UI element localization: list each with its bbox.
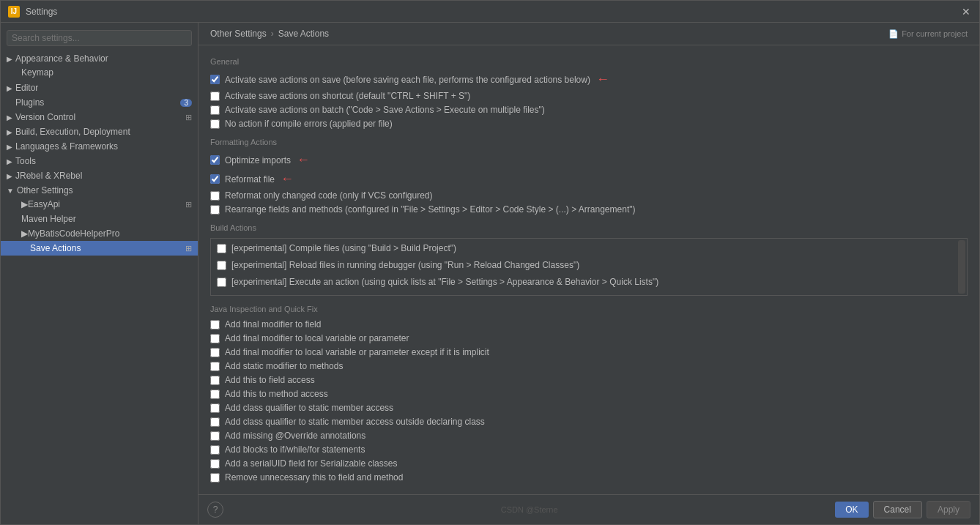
remove-unnecessary-this-checkbox[interactable] <box>210 473 220 483</box>
sidebar-item-label: Version Control <box>15 112 75 122</box>
build-actions-scrollbar[interactable] <box>958 240 965 294</box>
reformat-file-label: Reformat file <box>225 174 275 185</box>
java-option-add-serial-uid: Add a serialUID field for Serializable c… <box>210 458 968 469</box>
rearrange-fields-checkbox[interactable] <box>210 205 220 215</box>
breadcrumb-separator: › <box>271 29 274 39</box>
add-final-field-checkbox[interactable] <box>210 320 220 329</box>
add-class-qualifier-outside-checkbox[interactable] <box>210 417 220 427</box>
reload-files-checkbox[interactable] <box>217 261 226 270</box>
expand-arrow-icon: ▶ <box>7 84 12 92</box>
formatting-option-reformat-file: Reformat file ← <box>210 171 968 187</box>
java-inspection-section-title: Java Inspection and Quick Fix <box>210 305 968 313</box>
java-option-add-class-qualifier-static: Add class qualifier to static member acc… <box>210 403 968 413</box>
red-arrow-annotation: ← <box>596 72 609 87</box>
plugins-badge: 3 <box>180 99 192 107</box>
help-button[interactable]: ? <box>207 502 223 518</box>
build-option-compile-files: [experimental] Compile files (using "Bui… <box>211 242 967 255</box>
add-final-local-except-checkbox[interactable] <box>210 348 220 357</box>
compile-files-checkbox[interactable] <box>217 244 226 253</box>
reformat-file-checkbox[interactable] <box>210 174 220 184</box>
add-missing-override-checkbox[interactable] <box>210 431 220 441</box>
add-final-local-checkbox[interactable] <box>210 334 220 343</box>
main-content: ▶ Appearance & Behavior Keymap ▶ Editor … <box>1 23 979 524</box>
expand-arrow-icon: ▶ <box>7 172 12 180</box>
sidebar-item-label: EasyApi <box>28 199 60 209</box>
add-final-field-label: Add final modifier to field <box>225 319 321 329</box>
build-option-execute-action: [experimental] Execute an action (using … <box>211 275 967 288</box>
java-option-add-missing-override: Add missing @Override annotations <box>210 431 968 441</box>
sidebar-item-label: Editor <box>15 83 38 93</box>
reformat-changed-label: Reformat only changed code (only if VCS … <box>225 190 432 201</box>
sidebar-item-save-actions[interactable]: Save Actions ⊞ <box>1 241 198 256</box>
no-action-compile-errors-label: No action if compile errors (applied per… <box>225 119 393 129</box>
sidebar-item-label: Languages & Frameworks <box>15 141 118 152</box>
right-panel: Other Settings › Save Actions 📄 For curr… <box>198 23 979 524</box>
sidebar-item-keymap[interactable]: Keymap <box>1 65 198 80</box>
expand-arrow-icon: ▶ <box>7 55 12 63</box>
java-option-add-class-qualifier-outside: Add class qualifier to static member acc… <box>210 417 968 427</box>
sidebar-item-maven-helper[interactable]: Maven Helper <box>1 212 198 226</box>
sidebar-item-other-settings[interactable]: ▼ Other Settings <box>1 182 198 197</box>
close-button[interactable]: ✕ <box>960 6 972 18</box>
optimize-imports-label: Optimize imports <box>225 155 291 165</box>
java-option-remove-unnecessary-this: Remove unnecessary this to field and met… <box>210 472 968 483</box>
java-option-add-this-field: Add this to field access <box>210 375 968 385</box>
sidebar-item-label: JRebel & XRebel <box>15 171 82 181</box>
sidebar-item-plugins[interactable]: ▶ Plugins 3 <box>1 94 198 109</box>
sidebar-item-label: Tools <box>15 156 36 166</box>
panel-icon: ⊞ <box>185 113 192 122</box>
search-input[interactable] <box>7 30 192 46</box>
formatting-section-title: Formatting Actions <box>210 138 968 146</box>
java-option-add-final-field: Add final modifier to field <box>210 319 968 329</box>
add-class-qualifier-static-checkbox[interactable] <box>210 403 220 413</box>
java-option-add-final-local-except: Add final modifier to local variable or … <box>210 347 968 357</box>
rearrange-fields-label: Rearrange fields and methods (configured… <box>225 204 635 215</box>
java-option-add-static-methods: Add static modifier to methods <box>210 361 968 371</box>
sidebar-item-build-execution[interactable]: ▶ Build, Execution, Deployment <box>1 124 198 138</box>
app-icon: IJ <box>8 6 20 18</box>
apply-button[interactable]: Apply <box>927 501 970 518</box>
expand-arrow-icon: ▶ <box>7 128 12 136</box>
sidebar-item-label: MyBatisCodeHelperPro <box>28 228 119 239</box>
ok-button[interactable]: OK <box>835 502 868 518</box>
sidebar-item-editor[interactable]: ▶ Editor <box>1 80 198 94</box>
activate-on-shortcut-checkbox[interactable] <box>210 92 220 101</box>
remove-unnecessary-this-label: Remove unnecessary this to field and met… <box>225 472 403 483</box>
red-arrow-annotation-2: ← <box>297 152 310 168</box>
settings-body: General Activate save actions on save (b… <box>198 45 979 494</box>
sidebar-item-appearance-behavior[interactable]: ▶ Appearance & Behavior <box>1 51 198 65</box>
add-static-methods-label: Add static modifier to methods <box>225 361 343 371</box>
add-blocks-checkbox[interactable] <box>210 445 220 455</box>
add-static-methods-checkbox[interactable] <box>210 362 220 371</box>
add-this-method-checkbox[interactable] <box>210 390 220 399</box>
cancel-button[interactable]: Cancel <box>873 501 922 518</box>
title-bar: IJ Settings ✕ <box>1 1 979 23</box>
footer: ? CSDN @Sterne OK Cancel Apply <box>198 494 979 524</box>
add-this-field-checkbox[interactable] <box>210 376 220 385</box>
for-project: 📄 For current project <box>888 29 968 39</box>
expand-arrow-icon: ▶ <box>21 228 28 239</box>
compile-files-label: [experimental] Compile files (using "Bui… <box>231 243 456 253</box>
no-action-compile-errors-checkbox[interactable] <box>210 119 220 129</box>
help-label: ? <box>213 504 218 515</box>
reformat-changed-checkbox[interactable] <box>210 191 220 201</box>
sidebar-item-jrebel[interactable]: ▶ JRebel & XRebel <box>1 168 198 182</box>
sidebar-item-version-control[interactable]: ▶ Version Control ⊞ <box>1 109 198 124</box>
sidebar-item-mybatis[interactable]: ▶ MyBatisCodeHelperPro <box>1 226 198 241</box>
activate-on-save-checkbox[interactable] <box>210 75 220 84</box>
sidebar-item-easyapi[interactable]: ▶ EasyApi ⊞ <box>1 197 198 212</box>
sidebar-item-label: Appearance & Behavior <box>15 53 108 64</box>
settings-window: IJ Settings ✕ ▶ Appearance & Behavior Ke… <box>0 0 980 525</box>
execute-action-checkbox[interactable] <box>217 278 226 287</box>
optimize-imports-checkbox[interactable] <box>210 155 220 165</box>
watermark: CSDN @Sterne <box>501 505 558 514</box>
activate-on-batch-checkbox[interactable] <box>210 105 220 115</box>
build-option-reload-files: [experimental] Reload files in running d… <box>211 258 967 272</box>
general-option-activate-on-save: Activate save actions on save (before sa… <box>210 72 968 87</box>
add-serial-uid-checkbox[interactable] <box>210 459 220 469</box>
java-option-add-this-method: Add this to method access <box>210 389 968 399</box>
window-title: Settings <box>26 7 960 17</box>
sidebar-item-tools[interactable]: ▶ Tools <box>1 153 198 168</box>
breadcrumb: Other Settings › Save Actions 📄 For curr… <box>198 23 979 45</box>
sidebar-item-languages-frameworks[interactable]: ▶ Languages & Frameworks <box>1 138 198 153</box>
